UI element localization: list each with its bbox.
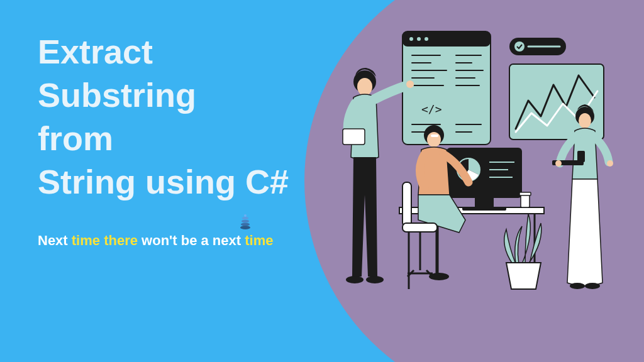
- subtitle: Next time there won't be a next time: [38, 233, 273, 249]
- svg-point-1: [241, 222, 250, 226]
- tablet-icon: [343, 129, 365, 145]
- svg-point-7: [409, 37, 413, 41]
- line-chart-panel: [509, 64, 604, 140]
- title-line-1: Extract: [38, 33, 153, 70]
- subtitle-part-0: Next: [38, 233, 72, 248]
- svg-point-47: [427, 132, 441, 147]
- svg-rect-5: [402, 31, 491, 145]
- svg-point-43: [406, 80, 414, 88]
- svg-point-45: [366, 276, 384, 283]
- svg-rect-48: [431, 134, 438, 137]
- subtitle-part-2: there: [100, 233, 138, 248]
- svg-point-60: [555, 160, 562, 167]
- subtitle-part-3: won't be a next: [138, 233, 245, 248]
- svg-point-59: [607, 160, 613, 167]
- stack-logo-icon: [239, 214, 252, 230]
- svg-rect-50: [402, 182, 411, 226]
- slide-canvas: Extract Substring from String using C# N…: [0, 0, 644, 362]
- subtitle-part-1: time: [72, 233, 100, 248]
- svg-point-57: [579, 113, 591, 128]
- svg-rect-33: [475, 198, 494, 208]
- main-title: Extract Substring from String using C#: [38, 30, 327, 204]
- svg-point-0: [240, 226, 250, 229]
- svg-point-61: [570, 283, 585, 289]
- potted-plant-icon: [504, 214, 541, 289]
- svg-rect-39: [521, 195, 530, 207]
- svg-point-9: [425, 37, 428, 41]
- monitor-icon: [447, 148, 522, 211]
- svg-rect-6: [402, 31, 491, 47]
- title-line-3: from: [38, 119, 113, 157]
- svg-rect-51: [402, 223, 437, 232]
- svg-text:</>: </>: [421, 102, 442, 116]
- title-line-4: String using C#: [38, 163, 289, 200]
- subtitle-part-4: time: [245, 233, 273, 248]
- svg-point-44: [346, 276, 364, 283]
- svg-rect-34: [462, 207, 506, 211]
- svg-point-26: [514, 41, 525, 52]
- svg-point-8: [417, 37, 421, 41]
- code-window-panel: </>: [402, 31, 491, 145]
- office-illustration: </>: [327, 25, 629, 321]
- status-badge-icon: [509, 38, 566, 55]
- svg-point-42: [357, 78, 372, 96]
- svg-point-2: [242, 220, 249, 223]
- coffee-cup-icon: [519, 192, 531, 207]
- title-line-2: Substring: [38, 76, 196, 114]
- svg-point-62: [585, 283, 600, 289]
- svg-rect-40: [519, 192, 531, 195]
- svg-rect-58: [577, 151, 585, 162]
- svg-point-3: [242, 217, 248, 219]
- svg-point-4: [244, 214, 247, 217]
